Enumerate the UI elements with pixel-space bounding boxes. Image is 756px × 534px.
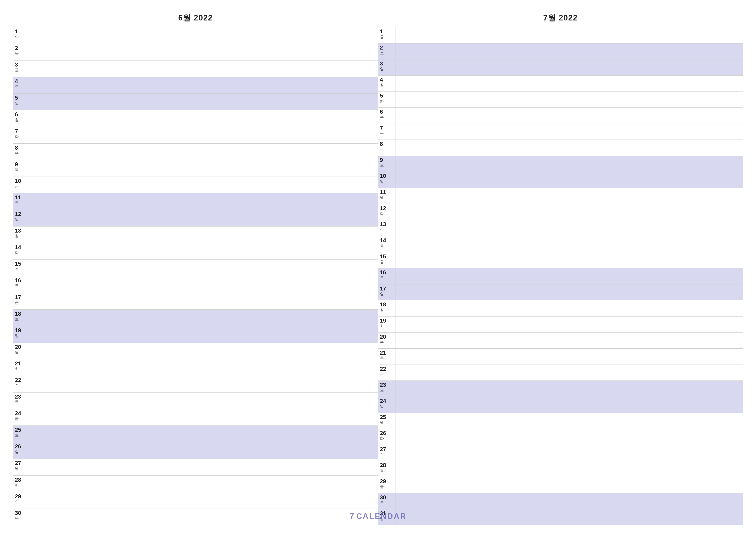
day-name: 화	[380, 99, 393, 104]
day-row: 12화	[378, 204, 743, 220]
day-row: 18토	[13, 310, 378, 326]
day-number: 27	[15, 460, 28, 467]
day-number: 28	[15, 476, 28, 483]
day-name: 화	[15, 251, 28, 255]
day-content	[30, 226, 378, 243]
day-number-col: 2목	[13, 44, 30, 60]
day-number-col: 6수	[378, 108, 395, 124]
day-number: 24	[15, 410, 28, 417]
day-row: 19일	[13, 326, 378, 343]
day-content	[395, 124, 743, 140]
day-row: 27수	[378, 445, 743, 461]
day-name: 일	[380, 180, 393, 184]
day-name: 목	[15, 51, 28, 56]
day-name: 토	[15, 85, 28, 89]
day-content	[395, 461, 743, 477]
day-content	[395, 429, 743, 445]
day-row: 22금	[378, 365, 743, 381]
day-row: 26일	[13, 442, 378, 459]
day-row: 28목	[378, 461, 743, 477]
day-name: 목	[15, 168, 28, 172]
day-number: 1	[380, 28, 393, 35]
day-number-col: 10금	[13, 177, 30, 193]
day-number-col: 11월	[378, 188, 395, 204]
day-name: 금	[380, 260, 393, 264]
day-number-col: 4토	[13, 77, 30, 93]
day-content	[395, 91, 743, 108]
day-number: 14	[15, 244, 28, 251]
watermark-text: CALENDAR	[356, 512, 407, 521]
day-number-col: 24금	[13, 409, 30, 425]
day-number-col: 29금	[378, 477, 395, 493]
day-row: 11토	[13, 193, 378, 210]
day-row: 29수	[13, 492, 378, 509]
day-name: 목	[15, 516, 28, 521]
day-row: 4월	[378, 76, 743, 92]
day-row: 5화	[378, 91, 743, 108]
day-row: 6수	[378, 108, 743, 124]
day-name: 월	[380, 195, 393, 200]
day-number: 20	[380, 334, 393, 340]
day-name: 토	[15, 433, 28, 438]
day-content	[395, 365, 743, 381]
day-number-col: 13수	[378, 220, 395, 236]
day-name: 금	[15, 301, 28, 305]
day-content	[30, 110, 378, 127]
day-content	[30, 492, 378, 509]
day-name: 화	[15, 367, 28, 371]
day-row: 4토	[13, 77, 378, 94]
day-name: 수	[15, 384, 28, 388]
day-name: 금	[380, 372, 393, 377]
day-number: 13	[380, 221, 393, 228]
day-content	[30, 94, 378, 110]
day-content	[30, 144, 378, 160]
day-number: 4	[15, 78, 28, 85]
day-row: 26화	[378, 429, 743, 445]
day-name: 월	[380, 308, 393, 313]
day-number-col: 1수	[13, 27, 30, 44]
day-row: 14화	[13, 243, 378, 260]
day-number: 3	[380, 60, 393, 67]
day-row: 14목	[378, 236, 743, 252]
day-row: 10일	[378, 172, 743, 188]
day-number: 13	[15, 227, 28, 234]
day-row: 9토	[378, 156, 743, 172]
day-row: 13월	[13, 226, 378, 243]
day-name: 수	[15, 35, 28, 39]
day-content	[395, 381, 743, 396]
day-row: 21화	[13, 359, 378, 376]
day-number: 18	[15, 311, 28, 317]
day-number-col: 28목	[378, 461, 395, 477]
day-content	[395, 413, 743, 429]
day-number-col: 2토	[378, 43, 395, 60]
day-content	[30, 310, 378, 326]
day-name: 화	[15, 483, 28, 488]
day-number: 9	[15, 161, 28, 168]
day-number-col: 9토	[378, 156, 395, 172]
day-row: 24일	[378, 397, 743, 413]
day-row: 8금	[378, 140, 743, 156]
day-number: 16	[15, 277, 28, 284]
day-number-col: 8수	[13, 144, 30, 160]
day-content	[30, 426, 378, 442]
day-number: 16	[380, 269, 393, 276]
day-name: 화	[380, 212, 393, 216]
day-row: 10금	[13, 177, 378, 193]
day-content	[30, 193, 378, 210]
day-content	[395, 236, 743, 252]
day-number: 21	[380, 349, 393, 356]
day-number: 11	[380, 189, 393, 195]
day-name: 금	[15, 68, 28, 72]
day-number: 20	[15, 343, 28, 350]
day-number: 9	[380, 157, 393, 164]
day-name: 금	[15, 184, 28, 189]
day-number-col: 9목	[13, 160, 30, 177]
day-number-col: 30토	[378, 493, 395, 509]
day-content	[30, 27, 378, 44]
day-number: 23	[380, 382, 393, 388]
day-number-col: 15수	[13, 260, 30, 276]
day-row: 15수	[13, 260, 378, 276]
day-row: 20월	[13, 343, 378, 359]
day-name: 수	[380, 228, 393, 232]
day-content	[30, 376, 378, 392]
